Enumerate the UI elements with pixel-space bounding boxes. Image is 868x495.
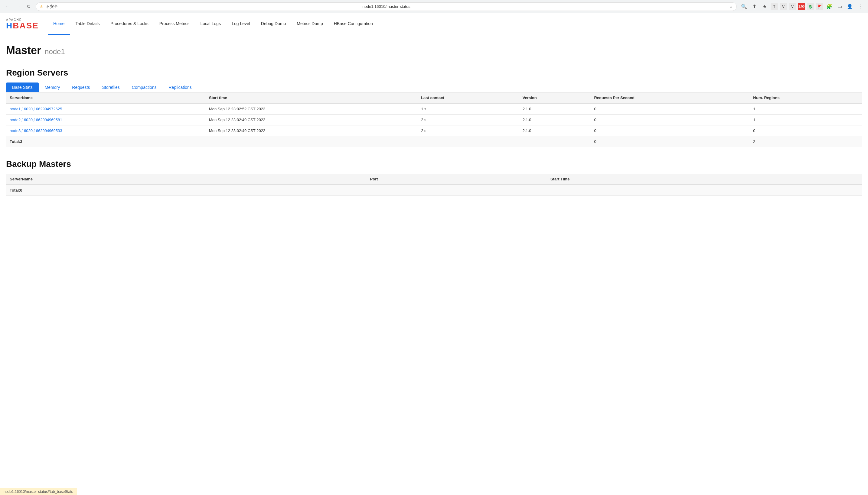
page-title-text: Master <box>6 44 41 57</box>
nav-process-metrics[interactable]: Process Metrics <box>154 13 195 35</box>
total-version <box>519 136 591 147</box>
col-num-regions: Num. Regions <box>750 92 862 103</box>
account-icon[interactable]: 👤 <box>846 2 854 11</box>
cell-requests-per-second: 0 <box>590 125 750 136</box>
cell-requests-per-second: 0 <box>590 115 750 125</box>
backup-col-server-name: ServerName <box>6 174 366 185</box>
cell-server-name: node2,16020,1662994969581 <box>6 115 206 125</box>
cell-num-regions: 1 <box>750 115 862 125</box>
tab-base-stats[interactable]: Base Stats <box>6 83 39 92</box>
tab-storefiles[interactable]: Storefiles <box>96 83 126 92</box>
cell-start-time: Mon Sep 12 23:02:49 CST 2022 <box>206 125 417 136</box>
page-title-section: Master node1 <box>6 44 862 62</box>
browser-toolbar-right: 🔍 ⬆ ★ T V V 1:50 🐉 🚩 🧩 ▭ 👤 ⋮ <box>740 2 864 11</box>
nav-home[interactable]: Home <box>48 13 70 35</box>
zoom-icon[interactable]: 🔍 <box>740 2 748 11</box>
logo-h: H <box>6 21 13 30</box>
backup-total-row: Total:0 <box>6 185 862 196</box>
window-icon[interactable]: ▭ <box>835 2 844 11</box>
url-text: 不安全 <box>46 4 360 10</box>
backup-table-header-row: ServerName Port Start Time <box>6 174 862 185</box>
nav-local-logs[interactable]: Local Logs <box>195 13 226 35</box>
puzzle-icon[interactable]: 🧩 <box>825 2 834 11</box>
server-link[interactable]: node2,16020,1662994969581 <box>10 118 62 122</box>
main-content: Master node1 Region Servers Base Stats M… <box>0 35 868 217</box>
backup-total-start-time <box>547 185 862 196</box>
logo-area: APACHE HBASE <box>6 18 39 30</box>
page-subtitle: node1 <box>45 48 65 56</box>
reload-button[interactable]: ↻ <box>24 2 33 11</box>
cell-last-contact: 2 s <box>417 125 519 136</box>
tab-compactions[interactable]: Compactions <box>126 83 163 92</box>
region-servers-table: ServerName Start time Last contact Versi… <box>6 92 862 147</box>
col-requests-per-second: Requests Per Second <box>590 92 750 103</box>
extension-2[interactable]: V <box>780 3 787 10</box>
cell-server-name: node3,16020,1662994969533 <box>6 125 206 136</box>
server-link[interactable]: node3,16020,1662994969533 <box>10 129 62 133</box>
bookmark-icon[interactable]: ☆ <box>729 4 733 9</box>
backup-col-port: Port <box>366 174 547 185</box>
extension-6[interactable]: 🚩 <box>816 3 823 10</box>
region-servers-section: Region Servers Base Stats Memory Request… <box>6 68 862 147</box>
total-start-time <box>206 136 417 147</box>
cell-version: 2.1.0 <box>519 115 591 125</box>
table-row: node3,16020,1662994969533 Mon Sep 12 23:… <box>6 125 862 136</box>
total-last-contact <box>417 136 519 147</box>
server-link[interactable]: node1,16020,1662994972625 <box>10 107 62 111</box>
extension-4[interactable]: 1:50 <box>798 3 805 10</box>
tab-replications[interactable]: Replications <box>162 83 197 92</box>
cell-last-contact: 2 s <box>417 115 519 125</box>
cell-requests-per-second: 0 <box>590 103 750 115</box>
nav-metrics-dump[interactable]: Metrics Dump <box>291 13 328 35</box>
col-last-contact: Last contact <box>417 92 519 103</box>
cell-version: 2.1.0 <box>519 125 591 136</box>
table-header-row: ServerName Start time Last contact Versi… <box>6 92 862 103</box>
forward-button[interactable]: → <box>14 2 22 11</box>
col-start-time: Start time <box>206 92 417 103</box>
main-nav: Home Table Details Procedures & Locks Pr… <box>48 13 378 35</box>
cell-version: 2.1.0 <box>519 103 591 115</box>
cell-last-contact: 1 s <box>417 103 519 115</box>
cell-start-time: Mon Sep 12 23:02:52 CST 2022 <box>206 103 417 115</box>
cell-num-regions: 0 <box>750 125 862 136</box>
total-num-regions: 2 <box>750 136 862 147</box>
page-title: Master node1 <box>6 44 862 57</box>
backup-col-start-time: Start Time <box>547 174 862 185</box>
tab-requests[interactable]: Requests <box>66 83 96 92</box>
back-button[interactable]: ← <box>4 2 12 11</box>
backup-masters-title: Backup Masters <box>6 159 862 169</box>
cell-server-name: node1,16020,1662994972625 <box>6 103 206 115</box>
nav-header: APACHE HBASE Home Table Details Procedur… <box>0 13 868 35</box>
total-row: Total:3 0 2 <box>6 136 862 147</box>
address-bar[interactable]: ⚠ 不安全 node1:16010/master-status ☆ <box>36 2 737 11</box>
extension-3[interactable]: V <box>789 3 796 10</box>
bookmarks-icon[interactable]: ★ <box>760 2 769 11</box>
region-servers-title: Region Servers <box>6 68 862 78</box>
backup-total-port <box>366 185 547 196</box>
col-server-name: ServerName <box>6 92 206 103</box>
browser-chrome: ← → ↻ ⚠ 不安全 node1:16010/master-status ☆ … <box>0 0 868 13</box>
col-version: Version <box>519 92 591 103</box>
total-requests-per-second: 0 <box>590 136 750 147</box>
backup-total-label: Total:0 <box>6 185 366 196</box>
cell-num-regions: 1 <box>750 103 862 115</box>
table-row: node1,16020,1662994972625 Mon Sep 12 23:… <box>6 103 862 115</box>
nav-hbase-configuration[interactable]: HBase Configuration <box>328 13 378 35</box>
logo-hbase: HBASE <box>6 21 39 30</box>
more-icon[interactable]: ⋮ <box>856 2 864 11</box>
tab-memory[interactable]: Memory <box>39 83 66 92</box>
nav-log-level[interactable]: Log Level <box>226 13 256 35</box>
total-label: Total:3 <box>6 136 206 147</box>
nav-procedures-locks[interactable]: Procedures & Locks <box>105 13 154 35</box>
translate-extension[interactable]: T <box>771 3 778 10</box>
url-value: node1:16010/master-status <box>362 4 410 9</box>
table-row: node2,16020,1662994969581 Mon Sep 12 23:… <box>6 115 862 125</box>
nav-table-details[interactable]: Table Details <box>70 13 105 35</box>
backup-masters-section: Backup Masters ServerName Port Start Tim… <box>6 159 862 196</box>
security-warning-icon: ⚠ <box>39 4 44 9</box>
logo-base: BASE <box>13 21 39 30</box>
extension-5[interactable]: 🐉 <box>807 3 814 10</box>
nav-debug-dump[interactable]: Debug Dump <box>256 13 292 35</box>
share-icon[interactable]: ⬆ <box>750 2 758 11</box>
page-container: APACHE HBASE Home Table Details Procedur… <box>0 13 868 217</box>
